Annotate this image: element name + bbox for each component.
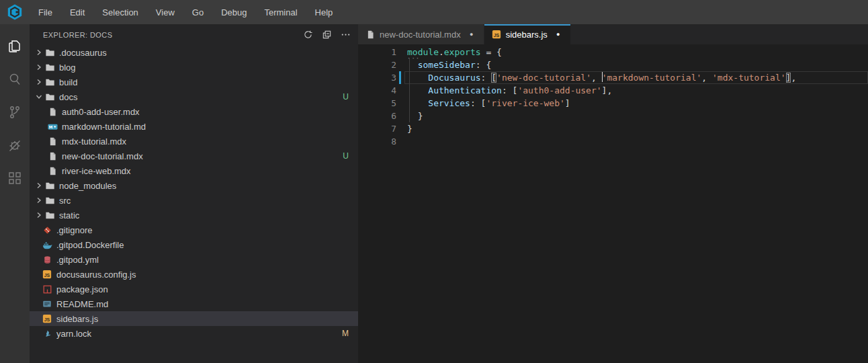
tree-item-label: package.json bbox=[56, 284, 349, 294]
activity-bar bbox=[0, 24, 30, 363]
menu-terminal[interactable]: Terminal bbox=[255, 0, 306, 24]
file-icon bbox=[47, 165, 58, 176]
gutter bbox=[396, 84, 407, 97]
modified-dot-icon[interactable]: ● bbox=[466, 29, 477, 40]
tree-item-mdx-tutorial.mdx[interactable]: mdx-tutorial.mdx bbox=[30, 134, 358, 149]
indent-guide bbox=[409, 71, 410, 84]
chevron-right-icon bbox=[34, 47, 44, 58]
tree-item-label: yarn.lock bbox=[56, 329, 337, 339]
tree-item-yarn.lock[interactable]: yarn.lockM bbox=[30, 326, 358, 341]
tree-item-auth0-add-user.mdx[interactable]: auth0-add-user.mdx bbox=[30, 104, 358, 119]
tree-item-new-doc-tutorial.mdx[interactable]: new-doc-tutorial.mdxU bbox=[30, 149, 358, 163]
code-line-2[interactable]: 2 someSidebar: { bbox=[358, 58, 868, 71]
menu-view[interactable]: View bbox=[147, 0, 183, 24]
tree-item-docusaurus.config.js[interactable]: JSdocusaurus.config.js bbox=[30, 267, 358, 282]
explorer-actions bbox=[302, 29, 351, 41]
code-line-6[interactable]: 6 } bbox=[358, 110, 868, 122]
menu-items: FileEditSelectionViewGoDebugTerminalHelp bbox=[30, 0, 341, 24]
menu-debug[interactable]: Debug bbox=[212, 0, 255, 24]
tree-item-sidebars.js[interactable]: JSsidebars.js bbox=[30, 311, 358, 326]
line-number[interactable]: 8 bbox=[358, 135, 396, 148]
tree-item-.docusaurus[interactable]: .docusaurus bbox=[30, 45, 358, 60]
code-line-1[interactable]: 1module.exports = {··· bbox=[358, 46, 868, 58]
tree-item-label: docs bbox=[59, 92, 337, 102]
tree-item-readme.md[interactable]: README.md bbox=[30, 296, 358, 311]
git-status-badge: M bbox=[342, 329, 349, 338]
code-line-5[interactable]: 5 Services: ['river-ice-web'] bbox=[358, 97, 868, 110]
menu-edit[interactable]: Edit bbox=[61, 0, 93, 24]
tree-item-package.json[interactable]: package.json bbox=[30, 282, 358, 296]
js-icon: JS bbox=[42, 269, 52, 280]
line-number[interactable]: 5 bbox=[358, 97, 396, 110]
workbench: EXPLORER: DOCS .docusaurusblogbuilddocsU… bbox=[0, 24, 868, 363]
menu-go[interactable]: Go bbox=[183, 0, 212, 24]
file-icon bbox=[365, 29, 376, 40]
code-text: Services: ['river-ice-web'] bbox=[407, 97, 868, 110]
token: , bbox=[701, 73, 712, 83]
search-icon bbox=[7, 71, 23, 90]
line-number[interactable]: 4 bbox=[358, 84, 396, 97]
code-line-8[interactable]: 8 bbox=[358, 135, 868, 148]
tree-item-label: new-doc-tutorial.mdx bbox=[62, 151, 337, 161]
tab-sidebars.js[interactable]: JSsidebars.js● bbox=[484, 24, 571, 44]
tree-item-src[interactable]: src bbox=[30, 193, 358, 208]
collapse-folders-icon[interactable] bbox=[320, 29, 333, 41]
tab-new-doc-tutorial.mdx[interactable]: new-doc-tutorial.mdx● bbox=[358, 24, 484, 44]
code-line-4[interactable]: 4 Authentication: ['auth0-add-user'], bbox=[358, 84, 868, 97]
line-number[interactable]: 7 bbox=[358, 122, 396, 135]
line-number[interactable]: 2 bbox=[358, 58, 396, 71]
activity-source-control-icon[interactable] bbox=[0, 97, 30, 130]
yaml-icon bbox=[42, 254, 52, 265]
git-status-badge: U bbox=[343, 92, 349, 102]
code-text bbox=[407, 135, 868, 148]
more-actions-icon[interactable] bbox=[339, 29, 351, 41]
tree-item-static[interactable]: static bbox=[30, 208, 358, 223]
token: , bbox=[591, 73, 602, 83]
indent-guide bbox=[409, 110, 410, 122]
tree-item-markdown-tutorial.md[interactable]: markdown-tutorial.md bbox=[30, 119, 358, 134]
file-icon bbox=[47, 136, 58, 147]
token: : [ bbox=[502, 85, 517, 95]
npm-icon bbox=[42, 284, 52, 294]
tree-item-.gitpod.dockerfile[interactable]: .gitpod.Dockerfile bbox=[30, 237, 358, 252]
activity-explorer-icon[interactable] bbox=[0, 31, 30, 64]
code-line-7[interactable]: 7} bbox=[358, 122, 868, 135]
docker-icon bbox=[42, 239, 52, 250]
code-editor[interactable]: 1module.exports = {···2 someSidebar: {3 … bbox=[358, 44, 868, 363]
tree-item-build[interactable]: build bbox=[30, 75, 358, 89]
tree-item-docs[interactable]: docsU bbox=[30, 89, 358, 104]
token: : bbox=[481, 73, 492, 83]
token: : [ bbox=[470, 98, 486, 108]
tree-item-label: .gitignore bbox=[56, 225, 349, 235]
line-number[interactable]: 1 bbox=[358, 46, 396, 58]
menu-file[interactable]: File bbox=[30, 0, 61, 24]
activity-debug-icon[interactable] bbox=[0, 130, 30, 163]
tree-item-label: README.md bbox=[56, 299, 349, 309]
tree-item-blog[interactable]: blog bbox=[30, 60, 358, 75]
line-number[interactable]: 3 bbox=[358, 71, 396, 84]
gutter bbox=[396, 135, 407, 148]
tree-item-node-modules[interactable]: node_modules bbox=[30, 178, 358, 193]
menu-help[interactable]: Help bbox=[306, 0, 342, 24]
tree-item-.gitignore[interactable]: .gitignore bbox=[30, 223, 358, 237]
token: : { bbox=[476, 60, 491, 70]
tree-item-.gitpod.yml[interactable]: .gitpod.yml bbox=[30, 252, 358, 267]
menu-selection[interactable]: Selection bbox=[93, 0, 146, 24]
gitpod-logo bbox=[0, 0, 30, 24]
line-number[interactable]: 6 bbox=[358, 110, 396, 122]
refresh-icon[interactable] bbox=[302, 29, 314, 41]
tree-item-label: auth0-add-user.mdx bbox=[62, 107, 349, 117]
tree-item-river-ice-web.mdx[interactable]: river-ice-web.mdx bbox=[30, 163, 358, 178]
activity-search-icon[interactable] bbox=[0, 64, 30, 97]
source-control-icon bbox=[7, 104, 23, 123]
modified-dot-icon[interactable]: ● bbox=[553, 29, 564, 40]
activity-extensions-icon[interactable] bbox=[0, 163, 30, 196]
code-text: module.exports = {··· bbox=[407, 46, 868, 58]
indent-guide bbox=[409, 84, 410, 97]
chevron-right-icon bbox=[34, 77, 44, 87]
file-icon bbox=[47, 151, 58, 161]
token: 'mdx-tutorial' bbox=[712, 73, 786, 83]
code-line-3[interactable]: 3 Docusaurus: ['new-doc-tutorial', 'mark… bbox=[358, 71, 868, 84]
chevron-right-icon bbox=[34, 62, 44, 73]
extensions-icon bbox=[7, 170, 23, 189]
